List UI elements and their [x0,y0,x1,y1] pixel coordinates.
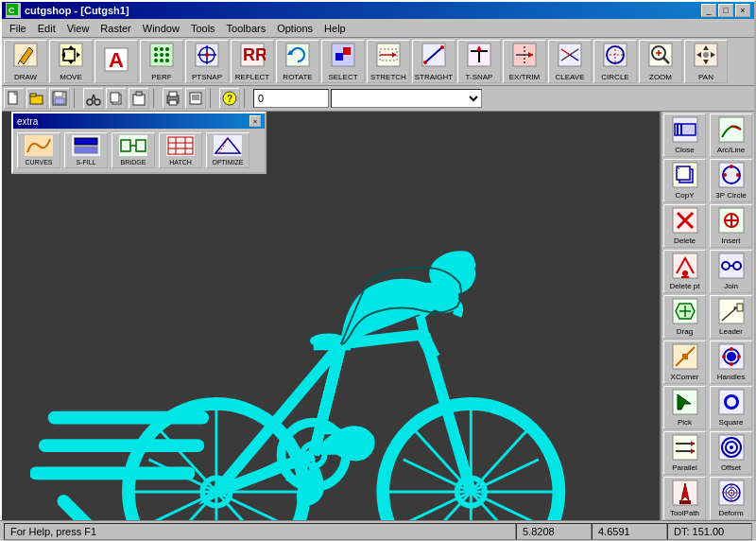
close-button[interactable]: × [735,4,750,17]
right-offset[interactable]: Offset [710,431,752,475]
menu-raster[interactable]: Raster [94,21,136,36]
toolpath-icon [672,480,698,508]
layer-dropdown[interactable] [331,89,482,108]
tool-tsnap-label: T-Snap [466,73,493,81]
tb2-preview[interactable] [185,88,206,109]
sep2 [153,89,159,108]
tool-ptsnap[interactable]: PtSnap [185,40,229,83]
svg-rect-79 [133,95,145,105]
optimize-icon [214,135,242,158]
parallel-icon [672,434,698,462]
tool-move[interactable]: Move [49,40,93,83]
extra-title-text: extra [17,116,38,127]
tool-cleave[interactable]: CLEAVE [548,40,592,83]
right-3pcircle[interactable]: 3P Circle [710,159,752,202]
tool-circle[interactable]: CIRCLE [593,40,637,83]
menu-help[interactable]: Help [318,21,352,36]
svg-rect-78 [111,93,119,102]
menu-view[interactable]: View [61,21,95,36]
extra-hatch[interactable]: Hatch [159,132,202,168]
tb2-paste[interactable] [129,88,149,109]
right-deletept[interactable]: Delete pt [663,250,706,293]
delete-tool-icon [672,207,698,236]
maximize-button[interactable]: □ [718,4,733,17]
draw-icon [12,42,39,71]
right-pick[interactable]: Pick [663,386,706,429]
svg-line-76 [94,95,95,100]
menu-tools[interactable]: Tools [185,21,221,36]
tool-extrim[interactable]: Ex/Trim [503,40,546,83]
tb2-open[interactable] [26,88,47,109]
right-leader[interactable]: Leader [710,295,752,339]
right-arcline[interactable]: Arc/Line [710,113,752,157]
tool-zoom-label: Zoom [649,73,672,81]
insert-icon [718,207,745,236]
svg-point-196 [727,397,736,407]
tool-straight[interactable]: Straight [412,40,455,83]
svg-rect-82 [169,92,177,96]
tb2-cut[interactable] [83,88,104,109]
minimize-button[interactable]: _ [701,4,716,17]
svg-point-190 [722,355,726,358]
arcline-icon [718,116,745,145]
menu-options[interactable]: Options [271,21,318,36]
tool-rotate[interactable]: Rotate [276,40,319,83]
extra-curves[interactable]: CURVES [17,132,60,168]
svg-point-18 [165,53,169,57]
tool-pan[interactable]: Pan [684,40,728,83]
tool-draw[interactable]: Draw [4,40,47,83]
right-deform-label: Deform [718,509,743,517]
svg-rect-80 [136,92,142,96]
extra-sfill[interactable]: S-Fill [64,132,108,168]
tool-tsnap[interactable]: T-Snap [457,40,501,83]
tool-stretch[interactable]: Stretch [367,40,410,83]
right-toolpath-label: ToolPath [670,509,699,517]
right-insert-label: Insert [721,236,740,245]
right-row-3: Delete Insert [663,204,752,248]
right-square[interactable]: Square [710,386,752,429]
square-icon [718,389,745,417]
svg-text:?: ? [227,94,232,104]
right-insert[interactable]: Insert [710,204,752,248]
right-handles[interactable]: Handles [710,340,752,384]
extra-window: extra × CURVES [11,112,266,174]
svg-rect-83 [169,100,177,105]
tb2-new[interactable] [4,88,25,109]
right-parallel-label: Parallel [672,463,697,472]
coord-input[interactable] [253,89,329,108]
tool-perf[interactable]: Perf [140,40,183,83]
svg-point-21 [165,59,169,62]
svg-rect-71 [55,92,62,96]
right-parallel[interactable]: Parallel [663,431,706,475]
tb2-print[interactable] [163,88,183,109]
right-toolpath[interactable]: ToolPath [663,477,706,520]
right-drag[interactable]: Drag [663,295,706,339]
extra-close-button[interactable]: × [249,115,261,127]
tool-zoom[interactable]: Zoom [639,40,682,83]
canvas-area[interactable]: extra × CURVES [2,112,660,539]
menu-toolbars[interactable]: Toolbars [221,21,272,36]
menu-edit[interactable]: Edit [32,21,61,36]
tool-reflect[interactable]: RR Reflect [231,40,274,83]
right-arcline-label: Arc/Line [717,146,745,154]
extra-bridge[interactable]: Bridge [112,132,155,168]
right-close[interactable]: Close [663,113,706,157]
extra-optimize[interactable]: OPTIMIZE [206,132,249,168]
svg-rect-72 [55,98,64,104]
tb2-help[interactable]: ? [219,88,240,109]
tb2-copy[interactable] [106,88,127,109]
right-copy[interactable]: CopY [663,159,706,202]
svg-text:RR: RR [243,45,266,64]
right-xcorner[interactable]: XCorner [663,340,706,384]
right-deform[interactable]: Deform [710,477,752,520]
right-delete[interactable]: Delete [663,204,706,248]
svg-point-191 [737,355,741,358]
tool-circle-label: CIRCLE [601,73,628,81]
menu-window[interactable]: Window [137,21,185,36]
tb2-save[interactable] [49,88,70,109]
tool-select[interactable]: Select [321,40,365,83]
menu-file[interactable]: File [4,21,32,36]
right-join[interactable]: Join [710,250,752,293]
tool-text[interactable]: A [94,40,138,83]
app-window: C cutgshop - [Cutgsh1] _ □ × File Edit V… [0,0,756,541]
